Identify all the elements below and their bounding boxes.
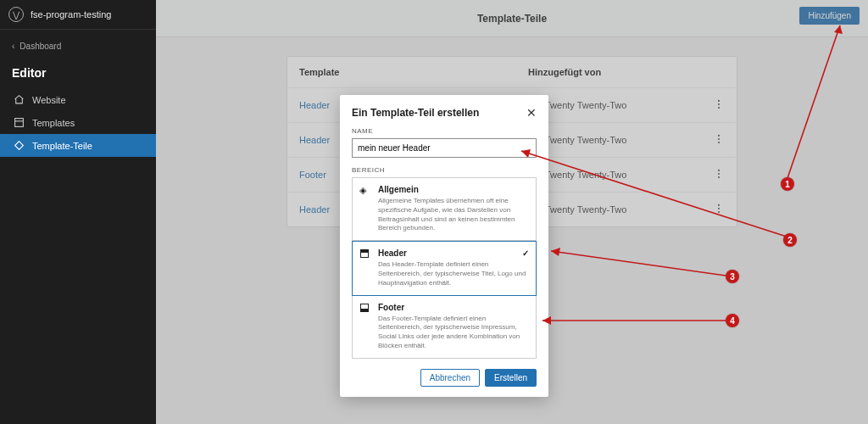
area-option-footer[interactable]: Footer Das Footer-Template definiert ein… [352, 296, 537, 359]
check-icon: ✓ [522, 248, 529, 258]
area-option-general[interactable]: ◈ Allgemein Allgemeine Templates überneh… [352, 177, 537, 241]
layout-icon [12, 117, 25, 128]
modal-title: Ein Template-Teil erstellen [352, 107, 479, 119]
sidebar-item-template-parts[interactable]: Template-Teile [0, 134, 156, 157]
area-option-header[interactable]: Header ✓ Das Header-Template definiert e… [352, 241, 537, 295]
sidebar-item-label: Template-Teile [32, 141, 92, 151]
svg-rect-15 [361, 250, 369, 253]
annotation-marker-2: 2 [783, 233, 797, 247]
sidebar-item-website[interactable]: Website [0, 88, 156, 111]
sidebar-heading: Editor [0, 56, 156, 88]
svg-rect-0 [14, 119, 23, 127]
close-icon[interactable]: ✕ [526, 107, 537, 119]
diamond-icon [12, 140, 25, 151]
chevron-left-icon: ‹ [12, 42, 14, 51]
annotation-marker-3: 3 [726, 270, 739, 283]
general-area-icon: ◈ [359, 185, 373, 233]
wp-logo-icon: ⋁ [8, 7, 24, 22]
svg-rect-17 [361, 309, 369, 311]
annotation-marker-1: 1 [781, 177, 794, 191]
back-label: Dashboard [19, 42, 61, 51]
name-input[interactable] [352, 138, 537, 158]
sidebar-item-templates[interactable]: Templates [0, 111, 156, 134]
create-button[interactable]: Erstellen [485, 369, 537, 387]
back-to-dashboard[interactable]: ‹ Dashboard [0, 30, 156, 56]
admin-sidebar: ⋁ fse-program-testing ‹ Dashboard Editor… [0, 0, 156, 424]
footer-area-icon [359, 303, 373, 351]
annotation-marker-4: 4 [726, 314, 739, 327]
site-switcher[interactable]: ⋁ fse-program-testing [0, 0, 156, 30]
header-area-icon [359, 248, 373, 287]
cancel-button[interactable]: Abbrechen [420, 369, 480, 387]
create-template-part-modal: Ein Template-Teil erstellen ✕ NAME BEREI… [340, 95, 548, 397]
home-icon [12, 94, 25, 105]
sidebar-item-label: Templates [32, 118, 75, 128]
name-field-label: NAME [352, 127, 537, 135]
site-name: fse-program-testing [31, 9, 111, 20]
area-field-label: BEREICH [352, 166, 537, 174]
sidebar-item-label: Website [32, 95, 66, 105]
